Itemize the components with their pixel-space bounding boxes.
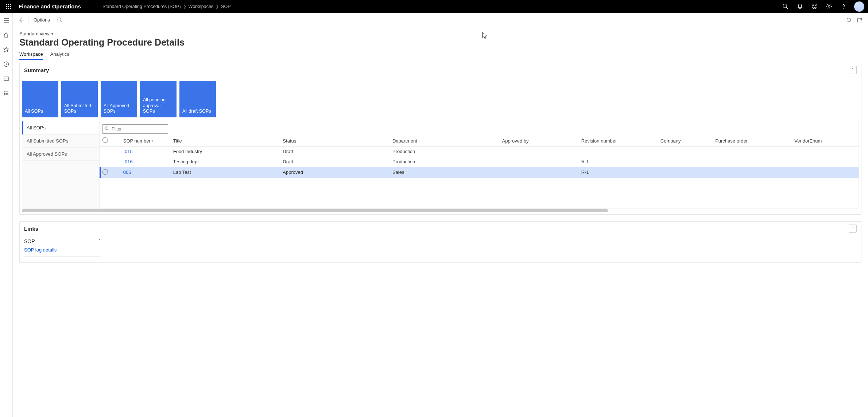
breadcrumb-item[interactable]: Workspaces — [189, 4, 214, 9]
section-heading: Summary — [24, 67, 49, 73]
page-tabs: Workspace Analytics — [19, 50, 861, 60]
list-item-submitted[interactable]: All Submitted SOPs — [22, 135, 99, 148]
chevron-up-icon: ˄ — [852, 68, 854, 73]
refresh-icon[interactable] — [843, 15, 854, 26]
search-icon[interactable] — [55, 15, 65, 25]
col-approved-by[interactable]: Approved by — [499, 135, 578, 147]
svg-rect-3 — [6, 6, 7, 7]
cell-approved-by — [499, 147, 578, 157]
svg-point-9 — [783, 4, 787, 8]
links-group-header[interactable]: SOP ˄ — [24, 238, 101, 244]
sop-grid: SOP number ↑ Title Status Department App… — [100, 135, 859, 178]
cell-po — [712, 157, 791, 167]
col-sop-number[interactable]: SOP number ↑ — [120, 135, 170, 147]
tab-workspace[interactable]: Workspace — [19, 50, 43, 60]
chevron-right-icon: ❯ — [183, 4, 186, 9]
search-icon[interactable] — [779, 0, 791, 13]
cell-title: Testing dept — [170, 157, 280, 167]
link-sop-log-details[interactable]: SOP log details — [24, 244, 101, 257]
app-launcher-icon[interactable] — [2, 0, 15, 13]
chevron-right-icon: ❯ — [216, 4, 219, 9]
sort-asc-icon: ↑ — [152, 139, 154, 143]
divider — [97, 2, 97, 11]
svg-rect-8 — [10, 8, 11, 9]
cell-status: Draft — [280, 157, 390, 167]
tile-pending-sops[interactable]: All pending approval SOPs — [140, 81, 177, 117]
table-row[interactable]: -016Testing deptDraftProductionR-1 — [100, 157, 859, 167]
col-title[interactable]: Title — [170, 135, 280, 147]
clock-icon[interactable] — [1, 60, 12, 68]
tile-draft-sops[interactable]: All draft SOPs — [179, 81, 216, 117]
tile-label: All draft SOPs — [182, 109, 211, 114]
cell-vendor — [791, 167, 859, 178]
list-icon[interactable] — [1, 89, 12, 97]
svg-line-29 — [61, 21, 62, 22]
cell-revision: R-1 — [578, 167, 658, 178]
bell-icon[interactable] — [794, 0, 806, 13]
tile-label: All pending approval SOPs — [143, 97, 174, 114]
tab-analytics[interactable]: Analytics — [50, 50, 69, 60]
global-header: Finance and Operations Standard Operatin… — [0, 0, 868, 13]
list-item-approved[interactable]: All Approved SOPs — [22, 148, 99, 161]
col-vendor[interactable]: VendorEnum — [791, 135, 859, 147]
tile-label: All Approved SOPs — [104, 103, 134, 114]
col-revision[interactable]: Revision number — [578, 135, 658, 147]
cell-dept: Production — [390, 157, 499, 167]
filter-input[interactable] — [102, 124, 168, 134]
links-group-label: SOP — [24, 238, 35, 244]
tile-label: All SOPs — [25, 109, 43, 114]
smile-icon[interactable] — [808, 0, 821, 13]
divider — [28, 16, 28, 24]
grid-panel: SOP number ↑ Title Status Department App… — [100, 121, 859, 208]
svg-point-28 — [58, 18, 61, 21]
cell-title: Food Industry — [170, 147, 280, 157]
page-title: Standard Operating Procedure Details — [19, 37, 861, 48]
horizontal-scrollbar[interactable] — [22, 209, 859, 212]
svg-point-13 — [815, 5, 816, 6]
cell-dept: Sales — [390, 167, 499, 178]
svg-rect-6 — [6, 8, 7, 9]
cell-status: Draft — [280, 147, 390, 157]
popout-icon[interactable] — [854, 15, 865, 26]
svg-point-15 — [843, 8, 844, 9]
cell-company — [658, 167, 712, 178]
home-icon[interactable] — [1, 31, 12, 39]
tile-all-sops[interactable]: All SOPs — [22, 81, 58, 117]
tile-submitted-sops[interactable]: All Submitted SOPs — [61, 81, 98, 117]
col-company[interactable]: Company — [658, 135, 712, 147]
col-status[interactable]: Status — [280, 135, 390, 147]
tile-approved-sops[interactable]: All Approved SOPs — [101, 81, 137, 117]
grid-header-row: SOP number ↑ Title Status Department App… — [100, 135, 859, 147]
star-icon[interactable] — [1, 46, 12, 54]
avatar[interactable] — [854, 1, 864, 12]
hamburger-icon[interactable] — [1, 16, 12, 24]
collapse-button[interactable]: ˄ — [849, 225, 857, 233]
breadcrumb-item[interactable]: SOP — [221, 4, 230, 9]
collapse-button[interactable]: ˄ — [849, 66, 857, 74]
svg-rect-20 — [4, 77, 8, 81]
breadcrumb-item[interactable]: Standard Operating Procedures (SOP) — [102, 4, 181, 9]
list-item-all[interactable]: All SOPs — [22, 121, 99, 135]
gear-icon[interactable] — [823, 0, 835, 13]
cell-sop-number[interactable]: -016 — [120, 157, 170, 167]
brand-title: Finance and Operations — [19, 3, 81, 9]
col-department[interactable]: Department — [390, 135, 499, 147]
options-menu[interactable]: Options — [30, 17, 54, 23]
svg-point-23 — [4, 93, 5, 94]
chevron-up-icon: ˄ — [852, 226, 854, 231]
help-icon[interactable] — [837, 0, 850, 13]
cell-sop-number[interactable]: -015 — [120, 147, 170, 157]
svg-rect-5 — [10, 6, 11, 7]
col-po[interactable]: Purchase order — [712, 135, 791, 147]
select-all[interactable] — [100, 135, 120, 147]
svg-point-22 — [4, 91, 5, 92]
cell-sop-number[interactable]: 005 — [120, 167, 170, 178]
svg-rect-7 — [8, 8, 9, 9]
module-icon[interactable] — [1, 75, 12, 83]
svg-point-11 — [812, 4, 817, 9]
svg-rect-4 — [8, 6, 9, 7]
table-row[interactable]: -015Food IndustryDraftProduction — [100, 147, 859, 157]
table-row[interactable]: 005Lab TestApprovedSalesR-1 — [100, 167, 859, 178]
back-button[interactable] — [16, 15, 27, 26]
view-selector[interactable]: Standard view ▾ — [19, 31, 861, 36]
